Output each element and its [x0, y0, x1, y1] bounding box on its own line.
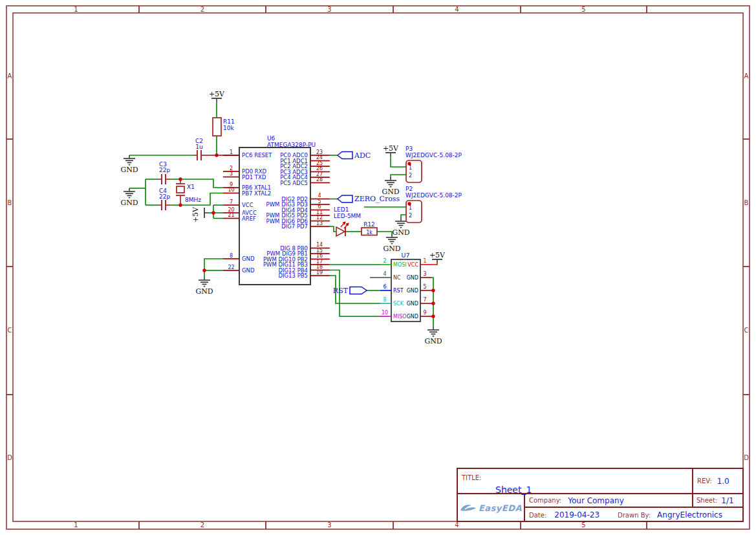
frame-col-label: 5	[581, 521, 585, 529]
pin-name: VCC	[242, 202, 254, 208]
frame-row-label: D	[7, 454, 12, 461]
value-label: WJ2EDGVC-5.08-2P	[405, 152, 462, 158]
net-flag-shape[interactable]	[338, 195, 352, 202]
component-p3[interactable]: 12P3WJ2EDGVC-5.08-2P	[405, 146, 462, 182]
gnd-label: GND	[392, 228, 409, 237]
pin-name: GND	[407, 275, 418, 281]
gnd-symbol-u7[interactable]: GND	[424, 327, 442, 345]
net-flag-shape[interactable]	[338, 152, 352, 159]
frame-row-label: B	[744, 199, 749, 206]
junction-dot	[431, 289, 435, 292]
wire[interactable]	[377, 232, 392, 235]
net-flag-rst[interactable]: RST	[333, 287, 367, 295]
component-c3[interactable]: C322p	[157, 161, 170, 184]
gnd-label: GND	[120, 199, 138, 207]
sheet-value[interactable]: 1/1	[721, 496, 733, 505]
wire[interactable]	[204, 259, 223, 277]
frame-col-label: 2	[200, 6, 204, 13]
net-flag-label: ZERO_Cross	[354, 195, 400, 203]
wire[interactable]	[401, 215, 406, 218]
pin-number: 21	[228, 212, 234, 218]
pin-name: RST	[393, 288, 404, 294]
pin-name: SCK	[393, 301, 404, 307]
net-flag-shape[interactable]	[350, 287, 367, 294]
wire[interactable]	[391, 175, 406, 178]
pin-number: 1	[230, 149, 233, 155]
plus5v-avcc[interactable]: +5V	[191, 206, 208, 223]
component-r11[interactable]: R1110k	[213, 118, 235, 136]
component-u6[interactable]: U6ATMEGA328P-PU1PC6 RESET2PD0 RXD3PD1 TX…	[223, 135, 330, 285]
sheet-label: Sheet:	[697, 497, 717, 504]
crystal-body[interactable]	[177, 186, 184, 193]
ref-label: P3	[405, 146, 413, 152]
ref-label: P2	[405, 186, 413, 192]
gnd-symbol-reset[interactable]: GND	[120, 155, 138, 174]
plus5v-r11[interactable]: +5V	[209, 90, 225, 102]
wire[interactable]	[391, 157, 406, 167]
frame-col-label: 5	[581, 6, 585, 13]
pin-number: 1	[423, 258, 426, 264]
junction-dot	[431, 314, 435, 318]
value-label: LED-5MM	[334, 213, 361, 219]
gnd-symbol-crystal[interactable]: GND	[120, 188, 138, 207]
gnd-label: GND	[424, 337, 442, 345]
schematic-canvas[interactable]: 1122334455AABBCCDDGNDGNDGNDGNDGNDGNDGND+…	[0, 0, 756, 535]
gnd-symbol-r12[interactable]: GND	[383, 234, 400, 253]
frame-col-label: 2	[200, 521, 204, 529]
led-triangle[interactable]	[336, 227, 345, 236]
net-flag-zero-cross[interactable]: ZERO_Cross	[338, 195, 400, 203]
pin-name: NC	[393, 275, 401, 281]
component-u7[interactable]: U72MOSI4NC6RST8SCK10MISO1VCC3GND5GND7GND…	[370, 252, 431, 322]
value-label: 10k	[223, 125, 234, 131]
title-block-row-info: EasyEDA Company: Your Company Sheet: 1/1…	[458, 494, 742, 522]
gnd-symbol-u6[interactable]: GND	[195, 277, 213, 296]
pin-number: 3	[423, 271, 426, 277]
gnd-label: GND	[383, 245, 400, 253]
rev-value[interactable]: 1.0	[717, 477, 729, 486]
component-c4[interactable]: C422p	[157, 188, 170, 210]
junction-dot	[211, 211, 215, 214]
pin-name: PC5 ADC5	[280, 180, 308, 186]
ref-label: LED1	[334, 206, 349, 213]
pin-number: 6	[383, 284, 386, 290]
component-r12[interactable]: R121k	[362, 221, 377, 235]
frame-col-label: 1	[74, 521, 78, 529]
pin-name: DIG13 PB5	[278, 272, 308, 279]
pin-name: PD1 TXD	[242, 174, 266, 180]
frame-row-label: C	[744, 327, 749, 334]
pin-number: 10	[228, 187, 234, 193]
value-label: ATMEGA328P-PU	[267, 142, 316, 148]
wire[interactable]	[330, 226, 336, 232]
junction-dot	[202, 268, 206, 272]
plus5v-u7[interactable]: +5V	[429, 251, 446, 263]
pin-number: 19	[316, 270, 323, 276]
component-p2[interactable]: 12P2WJ2EDGVC-5.08-2P	[405, 186, 462, 223]
component-x1[interactable]: X18MHz	[176, 179, 201, 205]
title-cell: TITLE: Sheet_1	[458, 469, 692, 493]
pin-number: 8	[230, 253, 233, 259]
pin-number: 7	[423, 297, 426, 303]
gnd-symbol-p3[interactable]: GND	[382, 177, 399, 196]
pin-name: MOSI	[393, 262, 407, 268]
sheet-title[interactable]: Sheet_1	[495, 485, 688, 495]
value-label: 1u	[195, 144, 202, 150]
plus5v-p3[interactable]: +5V	[383, 144, 399, 157]
drawn-by-label: Drawn By:	[618, 512, 651, 519]
value-label: 22p	[159, 193, 170, 200]
pin-number: 4	[383, 271, 386, 277]
wire-vcc[interactable]	[431, 263, 437, 265]
date-value[interactable]: 2019-04-23	[554, 510, 599, 519]
pin-name: AREF	[242, 215, 256, 222]
company-value[interactable]: Your Company	[568, 496, 624, 505]
drawn-by-value[interactable]: AngryElectronics	[657, 510, 722, 519]
frame-outer-border	[6, 6, 750, 529]
net-flag-adc[interactable]: ADC	[338, 151, 371, 160]
easyeda-logo-text: EasyEDA	[479, 503, 522, 513]
frame-col-label: 3	[327, 6, 331, 13]
pin-number: 8	[383, 297, 386, 303]
component-c2[interactable]: C21u	[194, 138, 203, 160]
frame-col-label: 4	[455, 6, 459, 13]
schematic-sheet: 1122334455AABBCCDDGNDGNDGNDGNDGNDGNDGND+…	[0, 0, 756, 535]
resistor-body[interactable]	[213, 118, 221, 136]
pin-name: VCC	[407, 262, 418, 268]
